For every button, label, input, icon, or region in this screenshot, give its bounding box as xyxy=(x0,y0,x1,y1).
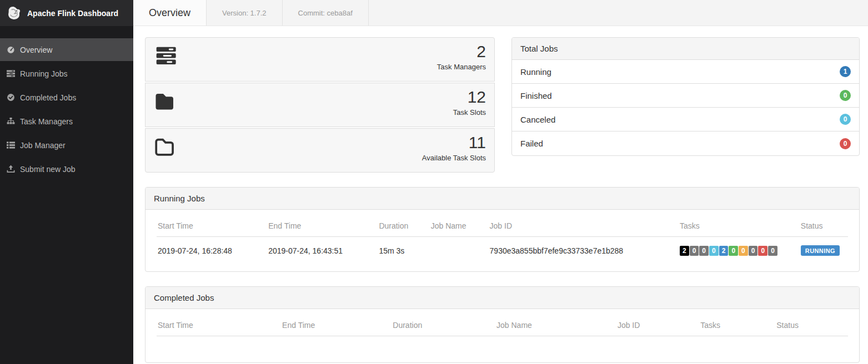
sitemap-icon xyxy=(7,117,15,125)
col-duration: Duration xyxy=(378,212,429,237)
sidebar-item-completed-jobs[interactable]: Completed Jobs xyxy=(0,86,133,109)
col-duration: Duration xyxy=(392,311,495,336)
stat-text: 11 Available Task Slots xyxy=(422,133,486,162)
task-count-badge: 0 xyxy=(690,246,699,256)
upload-icon xyxy=(7,165,15,173)
total-jobs-row-label: Failed xyxy=(520,139,543,148)
stat-value: 11 xyxy=(422,133,486,152)
job-start-time: 2019-07-24, 16:28:48 xyxy=(157,237,267,264)
list-icon xyxy=(7,141,15,149)
sidebar-item-overview[interactable]: Overview xyxy=(0,38,133,61)
job-end-time: 2019-07-24, 16:43:51 xyxy=(267,237,378,264)
job-task-badges: 2000200000 xyxy=(679,237,800,264)
flink-squirrel-icon xyxy=(7,6,22,21)
tasks-icon xyxy=(154,46,177,66)
total-jobs-panel: Total Jobs Running 1 Finished 0 Canceled… xyxy=(511,37,860,156)
version-cell: Version: 1.7.2 xyxy=(207,0,283,26)
brand-title: Apache Flink Dashboard xyxy=(27,9,118,18)
total-jobs-row-running: Running 1 xyxy=(512,60,859,84)
col-tasks: Tasks xyxy=(679,212,800,237)
total-jobs-row-label: Running xyxy=(520,67,551,77)
sidebar: Apache Flink Dashboard Overview Running … xyxy=(0,0,133,364)
task-count-badge: 0 xyxy=(749,246,758,256)
total-jobs-row-failed: Failed 0 xyxy=(512,132,859,155)
dashboard-icon xyxy=(7,46,15,54)
table-header-row: Start Time End Time Duration Job Name Jo… xyxy=(157,311,848,336)
cluster-stats: 2 Task Managers 12 Task Slots 11 xyxy=(145,37,495,173)
task-count-badge: 0 xyxy=(739,246,748,256)
sidebar-item-submit-new-job[interactable]: Submit new Job xyxy=(0,158,133,180)
col-end-time: End Time xyxy=(281,311,392,336)
stat-text: 2 Task Managers xyxy=(437,42,486,71)
canceled-count-badge: 0 xyxy=(840,114,851,125)
col-start-time: Start Time xyxy=(157,212,267,237)
stat-text: 12 Task Slots xyxy=(453,88,486,117)
running-job-row[interactable]: 2019-07-24, 16:28:48 2019-07-24, 16:43:5… xyxy=(157,237,848,264)
version-label: Version: 1.7.2 xyxy=(222,9,267,17)
completed-jobs-panel: Completed Jobs Start Time End Time Durat… xyxy=(145,286,860,363)
task-count-badge: 0 xyxy=(758,246,767,256)
job-name xyxy=(430,237,489,264)
task-count-badge: 0 xyxy=(729,246,738,256)
main-content: 2 Task Managers 12 Task Slots 11 xyxy=(133,0,868,364)
check-circle-icon xyxy=(7,93,15,102)
page-title-cell: Overview xyxy=(133,0,207,26)
sidebar-item-label: Completed Jobs xyxy=(20,93,76,102)
col-status: Status xyxy=(775,311,848,336)
total-jobs-title: Total Jobs xyxy=(512,38,859,60)
sidebar-item-label: Job Manager xyxy=(20,141,66,150)
stat-label: Available Task Slots xyxy=(422,154,486,162)
col-tasks: Tasks xyxy=(699,311,775,336)
col-job-id: Job ID xyxy=(616,311,699,336)
job-status-cell: RUNNING xyxy=(800,237,848,264)
sidebar-item-label: Overview xyxy=(20,46,52,54)
folder-icon xyxy=(154,92,177,112)
job-duration: 15m 3s xyxy=(378,237,429,264)
task-count-badge: 2 xyxy=(680,246,689,256)
folder-open-icon xyxy=(154,137,177,157)
sidebar-item-label: Running Jobs xyxy=(20,69,68,78)
sidebar-item-label: Submit new Job xyxy=(20,165,76,174)
running-jobs-title: Running Jobs xyxy=(145,188,859,210)
failed-count-badge: 0 xyxy=(840,138,851,149)
completed-jobs-title: Completed Jobs xyxy=(145,287,859,309)
col-job-name: Job Name xyxy=(495,311,616,336)
total-jobs-row-finished: Finished 0 xyxy=(512,84,859,108)
sidebar-nav: Overview Running Jobs Completed Jobs Tas… xyxy=(0,38,133,180)
task-count-badge: 0 xyxy=(699,246,709,256)
stat-label: Task Managers xyxy=(437,63,486,71)
stat-tile-task-managers: 2 Task Managers xyxy=(145,37,495,82)
job-id: 7930e3a855bbf7efe9c33733e7e1b288 xyxy=(489,237,679,264)
running-jobs-table: Start Time End Time Duration Job Name Jo… xyxy=(157,212,848,264)
task-count-badge: 0 xyxy=(709,246,719,256)
total-jobs-row-label: Canceled xyxy=(520,115,555,124)
task-count-badge: 0 xyxy=(768,246,777,256)
completed-jobs-table: Start Time End Time Duration Job Name Jo… xyxy=(157,311,848,355)
tasks-icon xyxy=(7,69,15,78)
status-badge: RUNNING xyxy=(801,245,840,256)
col-status: Status xyxy=(800,212,848,237)
col-end-time: End Time xyxy=(267,212,378,237)
sidebar-item-job-manager[interactable]: Job Manager xyxy=(0,134,133,156)
col-start-time: Start Time xyxy=(157,311,281,336)
task-count-badge: 2 xyxy=(719,246,729,256)
running-count-badge: 1 xyxy=(840,66,851,77)
stat-tile-available-task-slots: 11 Available Task Slots xyxy=(145,128,495,173)
stat-label: Task Slots xyxy=(453,108,486,117)
col-job-name: Job Name xyxy=(430,212,489,237)
total-jobs-row-canceled: Canceled 0 xyxy=(512,108,859,132)
sidebar-item-task-managers[interactable]: Task Managers xyxy=(0,110,133,133)
commit-label: Commit: ceba8af xyxy=(298,9,353,17)
total-jobs-row-label: Finished xyxy=(520,91,552,100)
sidebar-item-running-jobs[interactable]: Running Jobs xyxy=(0,62,133,85)
commit-cell: Commit: ceba8af xyxy=(283,0,369,26)
page-title: Overview xyxy=(149,7,190,19)
brand: Apache Flink Dashboard xyxy=(0,0,133,26)
col-job-id: Job ID xyxy=(489,212,679,237)
sidebar-item-label: Task Managers xyxy=(20,117,73,126)
stat-tile-task-slots: 12 Task Slots xyxy=(145,83,495,127)
running-jobs-panel: Running Jobs Start Time End Time Duratio… xyxy=(145,187,860,272)
table-header-row: Start Time End Time Duration Job Name Jo… xyxy=(157,212,848,237)
topbar: Overview Version: 1.7.2 Commit: ceba8af xyxy=(133,0,868,26)
finished-count-badge: 0 xyxy=(840,90,851,101)
